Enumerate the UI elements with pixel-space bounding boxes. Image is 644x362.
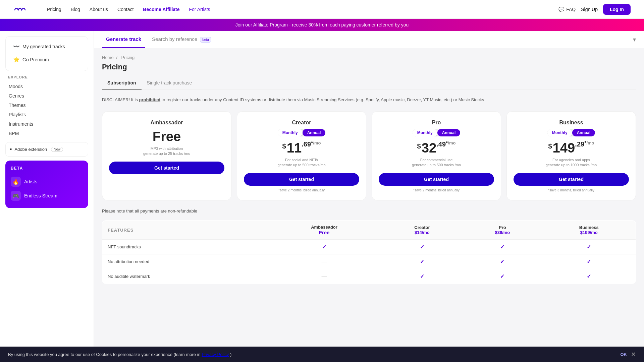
creator-get-started[interactable]: Get started (244, 173, 359, 186)
card-creator: Creator Monthly Annual $ 11 .69 * /mo (237, 111, 366, 201)
business-monthly-btn[interactable]: Monthly (547, 129, 572, 136)
adobe-new-badge: New (51, 147, 63, 152)
faq-button[interactable]: 💬 FAQ (558, 7, 576, 12)
main: Generate track Search by reference beta … (94, 31, 644, 359)
nav-contact[interactable]: Contact (117, 7, 133, 12)
business-dollar: $ (548, 142, 552, 150)
wave-icon: 〰️ (13, 43, 20, 50)
creator-annual-btn[interactable]: Annual (303, 129, 326, 136)
wm-creator-check: ✓ (420, 274, 424, 279)
sidebar-item-my-tracks[interactable]: 〰️ My generated tracks (10, 41, 84, 52)
star-icon: ⭐ (13, 56, 20, 63)
features-col-business: Business $199/mo (542, 221, 636, 240)
col-pro-price: $39/mo (468, 230, 537, 235)
cookie-text-content: By using this website you agree to our u… (8, 352, 202, 357)
sidebar: 〰️ My generated tracks ⭐ Go Premium EXPL… (0, 31, 94, 359)
nft-creator-check: ✓ (420, 244, 424, 250)
logo[interactable] (13, 4, 34, 14)
nft-ambassador-check: ✓ (322, 244, 326, 250)
card-ambassador-desc: MP3 with attributiongenerate up to 25 tr… (143, 146, 190, 157)
business-decimal: .29 (575, 140, 584, 148)
sidebar-item-themes[interactable]: Themes (5, 101, 88, 110)
breadcrumb-sep: / (116, 55, 118, 60)
attr-business-check: ✓ (587, 259, 591, 264)
creator-monthly-btn[interactable]: Monthly (278, 129, 303, 136)
nav-about[interactable]: About us (90, 7, 108, 12)
sidebar-item-playlists[interactable]: Playlists (5, 110, 88, 119)
card-ambassador-price: Free (153, 129, 181, 144)
nav-blog[interactable]: Blog (71, 7, 80, 12)
pro-monthly-btn[interactable]: Monthly (413, 129, 437, 136)
sidebar-top: 〰️ My generated tracks ⭐ Go Premium (5, 36, 88, 71)
login-button[interactable]: Log In (603, 4, 631, 15)
sidebar-item-moods[interactable]: Moods (5, 82, 88, 91)
attr-pro-check: ✓ (500, 259, 504, 264)
col-pro-name: Pro (468, 225, 537, 230)
tab-search-badge: beta (200, 37, 211, 43)
nav-pricing[interactable]: Pricing (47, 7, 61, 12)
adobe-label: Adobe extension (14, 147, 47, 152)
tab-search[interactable]: Search by reference beta (148, 31, 215, 48)
affiliate-banner[interactable]: Join our Affiliate Program - receive 30%… (0, 19, 644, 31)
adobe-extension[interactable]: ▪️ Adobe extension New (5, 142, 88, 157)
creator-per: /mo (313, 140, 321, 145)
sidebar-item-go-premium[interactable]: ⭐ Go Premium (10, 54, 84, 65)
nft-pro-check: ✓ (500, 244, 504, 250)
tab-search-label: Search by reference (152, 36, 197, 42)
feature-watermark: No audible watermark (102, 269, 267, 284)
layout: 〰️ My generated tracks ⭐ Go Premium EXPL… (0, 31, 644, 359)
pro-annual-btn[interactable]: Annual (437, 129, 461, 136)
card-pro-desc: For commercial usegenerate up to 500 tra… (412, 158, 461, 168)
business-annual-btn[interactable]: Annual (572, 129, 595, 136)
cookie-actions: OK ✕ (621, 351, 636, 357)
cookie-banner: By using this website you agree to our u… (0, 347, 644, 359)
sidebar-item-genres[interactable]: Genres (5, 91, 88, 101)
cookie-close-button[interactable]: ✕ (631, 351, 636, 357)
business-get-started[interactable]: Get started (514, 173, 629, 186)
breadcrumb-home[interactable]: Home (102, 55, 114, 60)
sub-tab-single[interactable]: Single track purchase (142, 77, 198, 89)
pro-whole: 32 (422, 140, 437, 156)
sub-tabs: Subscription Single track purchase (102, 77, 636, 90)
card-creator-desc: For social and NFTsgenerate up to 500 tr… (277, 158, 325, 168)
sidebar-item-instruments[interactable]: Instruments (5, 119, 88, 129)
beta-artists-label: Artists (24, 179, 37, 184)
col-business-price: $199/mo (547, 230, 630, 235)
cookie-suffix: ) (230, 352, 231, 357)
sidebar-item-bpm[interactable]: BPM (5, 129, 88, 138)
ambassador-get-started[interactable]: Get started (109, 162, 224, 174)
pro-get-started[interactable]: Get started (379, 173, 494, 186)
collapse-button[interactable]: ▾ (633, 36, 636, 43)
beta-card: BETA 🔥 Artists 🎮 Endless Stream (5, 161, 88, 208)
card-creator-price: $ 11 .69 * /mo (282, 140, 321, 156)
wm-ambassador-dash: — (322, 274, 327, 279)
nav-artists[interactable]: For Artists (189, 7, 210, 12)
pro-price-amount: $ 32 .49 * /mo (417, 140, 456, 156)
nav-affiliate[interactable]: Become Affiliate (143, 7, 179, 12)
features-col-creator: Creator $14/mo (382, 221, 463, 240)
breadcrumb: Home / Pricing (102, 55, 636, 60)
col-ambassador-name: Ambassador (272, 225, 376, 230)
nav-links: Pricing Blog About us Contact Become Aff… (47, 7, 558, 12)
explore-section: EXPLORE Moods Genres Themes Playlists In… (5, 75, 88, 138)
col-creator-price: $14/mo (387, 230, 458, 235)
creator-decimal: .69 (302, 140, 311, 148)
beta-stream[interactable]: 🎮 Endless Stream (11, 189, 83, 203)
business-price-amount: $ 149 .29 * /mo (548, 140, 594, 156)
col-creator-name: Creator (387, 225, 458, 230)
faq-icon: 💬 (558, 7, 564, 12)
content: Home / Pricing Pricing Subscription Sing… (94, 48, 644, 291)
tab-bar: Generate track Search by reference beta … (94, 31, 644, 48)
privacy-policy-link[interactable]: Privacy Policy (202, 352, 229, 357)
col-ambassador-price: Free (272, 230, 376, 235)
price-free: Free (153, 129, 181, 144)
card-business-price: $ 149 .29 * /mo (548, 140, 594, 156)
signup-button[interactable]: Sign Up (581, 7, 598, 12)
tab-generate[interactable]: Generate track (102, 31, 145, 48)
wm-pro-check: ✓ (500, 274, 504, 279)
feature-nft: NFT soundtracks (102, 240, 267, 254)
cookie-ok-button[interactable]: OK (621, 352, 627, 357)
navbar: Pricing Blog About us Contact Become Aff… (0, 0, 644, 19)
sub-tab-subscription[interactable]: Subscription (102, 77, 142, 89)
beta-artists[interactable]: 🔥 Artists (11, 175, 83, 189)
